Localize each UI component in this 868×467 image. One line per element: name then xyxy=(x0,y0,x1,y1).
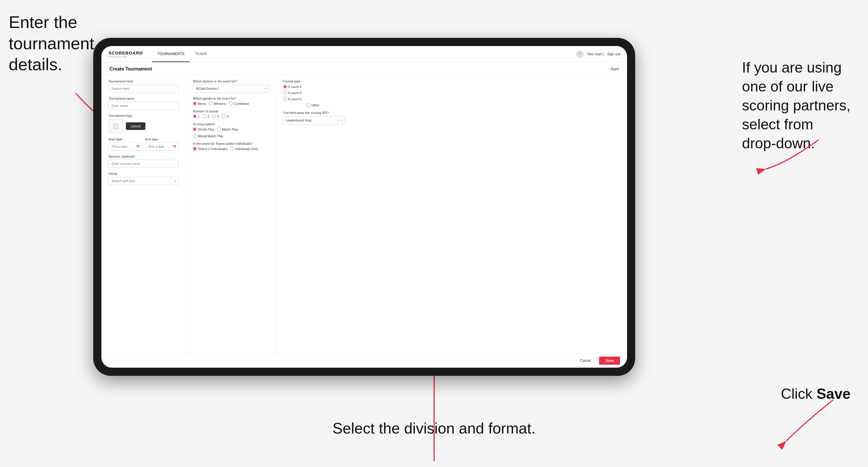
teams-with-individuals[interactable]: Teams (+Individuals) xyxy=(193,147,227,151)
svg-point-6 xyxy=(114,125,115,126)
form-area: Tournament Host Tournament name Tourname… xyxy=(101,75,627,353)
image-icon xyxy=(113,123,119,129)
start-date-field: Start date xyxy=(108,137,142,151)
scoring-stroke[interactable]: Stroke Play xyxy=(193,127,214,131)
scoring-radio-group: Stroke Play Match Play Medal Match Play xyxy=(193,127,269,138)
nav-tab-tournaments[interactable]: TOURNAMENTS xyxy=(152,46,189,62)
format-other-label: Other xyxy=(311,103,320,107)
rounds-2[interactable]: 2 xyxy=(203,115,209,118)
start-date-label: Start date xyxy=(108,137,142,141)
scoring-match[interactable]: Match Play xyxy=(217,127,238,131)
start-date-input[interactable] xyxy=(108,143,142,151)
gender-womens[interactable]: Womens xyxy=(209,102,226,105)
nav-tabs: TOURNAMENTS TEAMS xyxy=(152,46,212,62)
format-6count5-radio[interactable] xyxy=(283,97,287,101)
format-row-6count4: 6 count 4 xyxy=(283,91,345,95)
click-save-prefix: Click xyxy=(781,386,816,402)
gender-combined[interactable]: Combined xyxy=(229,102,249,105)
teams-label: Is this event for Teams and/or Individua… xyxy=(193,142,269,145)
user-name: Test User | xyxy=(587,52,604,56)
live-scoring-tag-input[interactable]: Leaderboard King × ▾ xyxy=(283,116,345,125)
sponsor-input[interactable] xyxy=(108,160,179,168)
format-other-radio[interactable] xyxy=(307,103,310,107)
end-date-wrapper xyxy=(145,143,179,151)
format-5count4-radio[interactable] xyxy=(283,85,287,89)
right-column: Format type 5 count 4 xyxy=(276,75,352,353)
rounds-4[interactable]: 4 xyxy=(222,115,228,118)
start-date-wrapper xyxy=(108,143,142,151)
upload-button[interactable]: Upload xyxy=(126,122,145,130)
division-select[interactable]: NCAA Division I xyxy=(193,85,269,93)
logo-sub: Powered by Clippi xyxy=(108,55,143,58)
scoring-medal[interactable]: Medal Match Play xyxy=(193,134,223,138)
format-5count4[interactable]: 5 count 4 xyxy=(283,85,301,89)
teams-individuals-only-radio[interactable] xyxy=(230,147,234,151)
page-title: Create Tournament xyxy=(110,66,152,72)
annotation-top-right: If you are using one of our live scoring… xyxy=(742,58,850,153)
logo-placeholder xyxy=(108,119,123,133)
venue-label: Venue xyxy=(108,172,179,176)
rounds-3-radio[interactable] xyxy=(212,115,216,118)
end-date-field: End date xyxy=(145,137,179,151)
rounds-4-radio[interactable] xyxy=(222,115,225,118)
gender-mens-radio[interactable] xyxy=(193,102,197,105)
teams-radio-group: Teams (+Individuals) Individuals Only xyxy=(193,147,269,151)
format-other[interactable]: Other xyxy=(307,103,320,107)
format-options: 5 count 4 6 count 4 xyxy=(283,85,345,107)
tag-remove-icon[interactable]: × xyxy=(338,118,340,122)
format-left-5count4: 5 count 4 xyxy=(283,85,301,89)
topbar: SCOREBOARD Powered by Clippi TOURNAMENTS… xyxy=(101,46,627,62)
rounds-2-radio[interactable] xyxy=(203,115,206,118)
end-date-label: End date xyxy=(145,137,179,141)
teams-group: Is this event for Teams and/or Individua… xyxy=(193,142,269,151)
gender-mens-label: Mens xyxy=(198,102,206,105)
nav-tab-teams[interactable]: TEAMS xyxy=(190,46,212,62)
end-date-input[interactable] xyxy=(145,143,179,151)
rounds-2-label: 2 xyxy=(208,115,209,118)
annotation-bottom-center: Select the division and format. xyxy=(333,419,535,438)
gender-label: Which gender is the event for? xyxy=(193,97,269,100)
tournament-name-input[interactable] xyxy=(108,102,179,110)
form-footer: Cancel Save xyxy=(101,353,627,368)
teams-with-individuals-radio[interactable] xyxy=(193,147,197,151)
search-team-input[interactable] xyxy=(108,85,179,93)
cancel-button[interactable]: Cancel xyxy=(575,356,596,365)
scoring-medal-radio[interactable] xyxy=(193,134,197,138)
rounds-1-label: 1 xyxy=(198,115,199,118)
live-scoring-value: Leaderboard King xyxy=(286,119,311,122)
format-type-group: Format type 5 count 4 xyxy=(283,80,345,107)
gender-womens-label: Womens xyxy=(214,102,226,105)
format-row-other: Other xyxy=(283,103,345,107)
scoring-match-radio[interactable] xyxy=(217,127,221,131)
tablet-frame: SCOREBOARD Powered by Clippi TOURNAMENTS… xyxy=(93,38,635,376)
tournament-name-label: Tournament name xyxy=(108,97,179,100)
click-save-bold: Save xyxy=(816,386,850,402)
rounds-1[interactable]: 1 xyxy=(193,115,199,118)
tournament-logo-group: Tournament logo Upload xyxy=(108,114,179,133)
gender-womens-radio[interactable] xyxy=(209,102,212,105)
format-6count5[interactable]: 6 count 5 xyxy=(283,97,301,101)
logo-area: SCOREBOARD Powered by Clippi xyxy=(108,51,143,58)
gender-combined-radio[interactable] xyxy=(229,102,233,105)
venue-select-wrapper xyxy=(108,177,179,185)
gender-mens[interactable]: Mens xyxy=(193,102,206,105)
save-button[interactable]: Save xyxy=(599,356,620,365)
tag-actions: × ▾ xyxy=(338,118,342,122)
rounds-4-label: 4 xyxy=(227,115,228,118)
format-6count4-radio[interactable] xyxy=(283,91,287,95)
scoring-stroke-radio[interactable] xyxy=(193,127,197,131)
division-label: Which division is the event for? xyxy=(193,80,269,83)
rounds-3[interactable]: 3 xyxy=(212,115,219,118)
teams-individuals-only[interactable]: Individuals Only xyxy=(230,147,258,151)
search-golf-club-input[interactable] xyxy=(108,177,179,185)
tournament-host-group: Tournament Host xyxy=(108,80,179,93)
tag-chevron-icon[interactable]: ▾ xyxy=(341,119,342,122)
arrow-bottom-right xyxy=(722,365,868,467)
back-link[interactable]: Back xyxy=(609,67,619,71)
rounds-radio-group: 1 2 3 4 xyxy=(193,115,269,118)
logo-text: SCOREBOARD xyxy=(108,51,143,55)
sponsor-label: Sponsor (optional) xyxy=(108,155,179,158)
rounds-1-radio[interactable] xyxy=(193,115,197,118)
sign-out-link[interactable]: Sign out xyxy=(607,52,620,56)
format-6count4[interactable]: 6 count 4 xyxy=(283,91,301,95)
